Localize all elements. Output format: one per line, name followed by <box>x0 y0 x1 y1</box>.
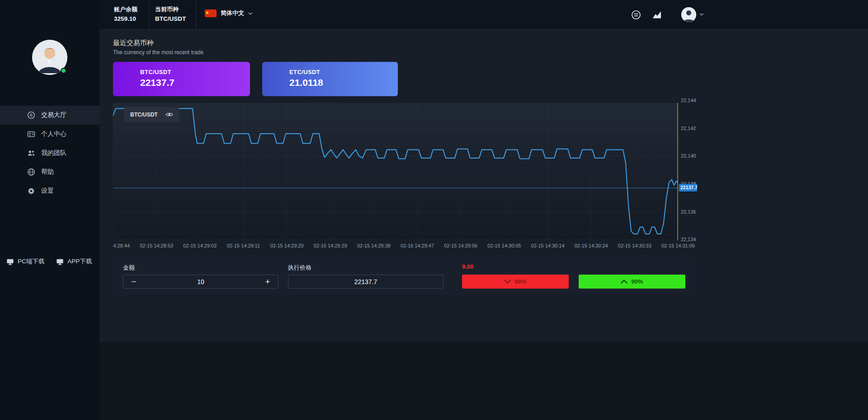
top-header: 账户余额 3259.10 当前币种 BTC/USDT 简体中文 <box>99 0 868 29</box>
time-axis: 02-15 14:28:4402-15 14:28:5302-15 14:29:… <box>113 243 697 250</box>
time-axis-label: 02-15 14:30:14 <box>531 243 565 248</box>
sidebar-item-trade-hall[interactable]: S 交易大厅 <box>0 106 99 125</box>
price-axis-label: 22,140 <box>681 153 696 159</box>
card-pair-label: ETC/USDT <box>289 69 398 75</box>
sidebar-item-settings[interactable]: 设置 <box>0 182 99 201</box>
sidebar-item-label: 我的团队 <box>41 149 66 157</box>
time-axis-label: 02-15 14:29:02 <box>183 243 217 248</box>
sidebar-item-label: 帮助 <box>41 168 54 176</box>
language-label: 简体中文 <box>221 9 244 17</box>
amount-stepper: − 10 + <box>123 275 278 289</box>
monitor-icon <box>56 258 64 266</box>
sidebar-item-profile[interactable]: 个人中心 <box>0 125 99 144</box>
monitor-icon <box>6 258 14 266</box>
countdown-timer: 9.00 <box>462 263 473 270</box>
balance-value: 3259.10 <box>114 14 137 23</box>
list-circle-icon[interactable] <box>631 10 641 20</box>
price-axis-label: 22,142 <box>681 126 696 131</box>
pc-download-link[interactable]: PC端下载 <box>6 257 44 266</box>
header-divider <box>196 0 196 29</box>
amount-input[interactable]: 10 <box>144 278 257 285</box>
svg-text:S: S <box>30 112 33 117</box>
price-axis-label: 22,136 <box>681 209 696 215</box>
sidebar-item-help[interactable]: 帮助 <box>0 163 99 182</box>
time-axis-label: 02-15 14:29:47 <box>401 243 434 248</box>
current-price-badge: 22137.7 <box>679 184 697 191</box>
sidebar-item-team[interactable]: 我的团队 <box>0 144 99 163</box>
time-axis-label: 02-15 14:29:38 <box>357 243 391 248</box>
caret-up-icon <box>621 280 627 284</box>
time-axis-label: 02-15 14:30:24 <box>575 243 608 248</box>
recent-trades-title: 最近交易币种 <box>113 39 154 47</box>
balance-label: 账户余额 <box>114 5 137 14</box>
time-axis-label: 02-15 14:29:29 <box>314 243 347 248</box>
pair-value: BTC/USDT <box>155 14 186 23</box>
language-selector[interactable]: 简体中文 <box>205 9 253 17</box>
buy-percent-label: 90% <box>631 278 643 285</box>
account-menu-chevron-icon[interactable] <box>699 13 704 16</box>
time-axis-label: 02-15 14:31:06 <box>661 243 695 248</box>
china-flag-icon <box>205 9 217 17</box>
price-axis-label: 22,134 <box>681 237 696 242</box>
online-status-dot <box>61 68 66 74</box>
card-price-value: 21.0118 <box>289 77 398 88</box>
time-axis-label: 02-15 14:30:33 <box>618 243 651 248</box>
chevron-down-icon <box>248 12 253 15</box>
app-download-link[interactable]: APP下载 <box>56 257 92 266</box>
caret-down-icon <box>504 280 511 284</box>
user-avatar[interactable] <box>32 40 67 75</box>
header-avatar[interactable] <box>681 7 696 22</box>
sidebar-item-label: 设置 <box>41 187 54 195</box>
chart-pair-chip[interactable]: BTC/USDT <box>124 107 179 122</box>
time-axis-label: 02-15 14:30:05 <box>487 243 521 248</box>
sidebar: S 交易大厅 个人中心 我的团队 帮助 设置 <box>0 0 99 420</box>
price-chart-canvas[interactable] <box>113 103 678 240</box>
sidebar-item-label: 个人中心 <box>41 130 66 138</box>
chart-pair-label: BTC/USDT <box>130 112 158 118</box>
current-pair: 当前币种 BTC/USDT <box>155 5 186 23</box>
time-axis-label: 02-15 14:28:53 <box>140 243 173 248</box>
sidebar-nav: S 交易大厅 个人中心 我的团队 帮助 设置 <box>0 106 99 201</box>
globe-icon <box>27 168 35 176</box>
gear-icon <box>27 187 35 195</box>
amount-label: 金额 <box>123 264 135 272</box>
sidebar-item-label: 交易大厅 <box>41 111 66 119</box>
decrease-amount-button[interactable]: − <box>123 275 144 288</box>
execution-price-input[interactable]: 22137.7 <box>288 275 443 289</box>
sell-percent-label: 90% <box>514 278 526 285</box>
card-pair-label: BTC/USDT <box>140 69 250 75</box>
execution-price-label: 执行价格 <box>288 264 311 272</box>
account-balance: 账户余额 3259.10 <box>114 5 137 23</box>
time-axis-label: 02-15 14:29:20 <box>270 243 304 248</box>
trade-panel: 金额 − 10 + 执行价格 22137.7 9.00 90% 90% <box>113 257 697 294</box>
time-axis-label: 02-15 14:28:44 <box>113 243 130 248</box>
id-card-icon <box>27 130 35 138</box>
price-axis-label: 22,144 <box>681 98 696 103</box>
download-links: PC端下载 APP下载 <box>6 257 92 266</box>
pair-card-etc[interactable]: ETC/USDT 21.0118 <box>262 62 398 96</box>
sell-down-button[interactable]: 90% <box>462 275 569 289</box>
pair-label: 当前币种 <box>155 5 186 14</box>
team-icon <box>27 149 35 157</box>
header-divider <box>149 0 150 29</box>
pair-card-btc[interactable]: BTC/USDT 22137.7 <box>113 62 250 96</box>
download-label: PC端下载 <box>18 257 44 266</box>
time-axis-label: 02-15 14:29:11 <box>227 243 260 248</box>
time-axis-label: 02-15 14:29:56 <box>444 243 477 248</box>
chart-icon[interactable] <box>652 10 662 20</box>
buy-up-button[interactable]: 90% <box>579 275 685 289</box>
price-axis: 22,14422,14222,14022,13822,13622,134 <box>681 103 699 240</box>
eye-icon[interactable] <box>165 112 173 117</box>
recent-trades-subtitle: The currency of the most recent trade <box>113 49 203 56</box>
coin-icon: S <box>27 111 35 119</box>
increase-amount-button[interactable]: + <box>257 275 278 288</box>
download-label: APP下载 <box>67 257 92 266</box>
card-price-value: 22137.7 <box>140 77 250 88</box>
